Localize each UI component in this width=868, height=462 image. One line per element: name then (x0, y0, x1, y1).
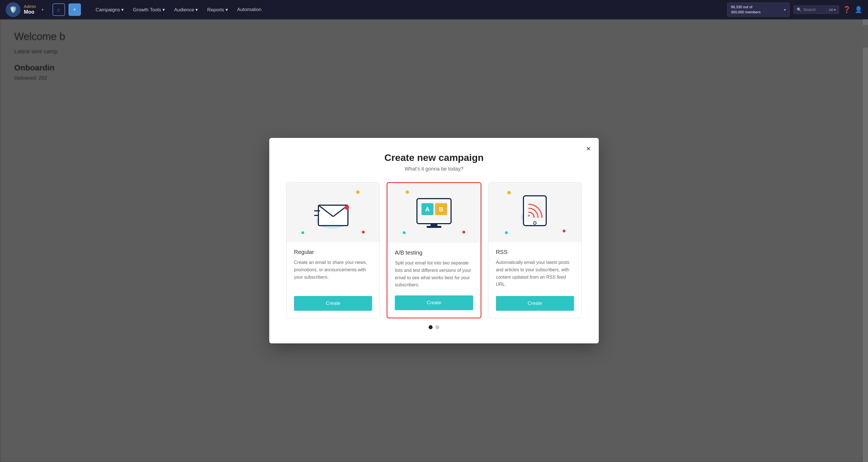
ab-testing-campaign-card[interactable]: A B A/B testing Split your email list in… (386, 182, 481, 318)
nav-item-reports[interactable]: Reports ▾ (207, 7, 228, 13)
svg-text:B: B (439, 206, 443, 213)
modal-title: Create new campaign (286, 152, 582, 163)
campaign-type-cards: Regular Create an email to share your ne… (286, 182, 582, 318)
rss-campaign-card[interactable]: RSS Automatically email your latest post… (488, 182, 582, 318)
ab-card-image: A B (388, 183, 480, 243)
top-navigation: 🛡️ Admin Moo ▾ ⌂ + Campaigns ▾ Growth To… (0, 0, 868, 19)
regular-card-description: Create an email to share your news, prom… (294, 259, 372, 289)
search-filter-label[interactable]: All ▾ (826, 8, 836, 12)
svg-point-21 (528, 215, 530, 217)
search-icon: 🔍 (797, 7, 802, 12)
ab-card-description: Split your email list into two separate … (395, 259, 473, 288)
svg-point-6 (344, 205, 349, 210)
svg-rect-16 (427, 226, 441, 228)
home-button[interactable]: ⌂ (53, 3, 65, 16)
pagination-dot-1[interactable] (429, 325, 433, 329)
user-menu-button[interactable]: 👤 (855, 6, 862, 13)
decoration-dot-red-2 (462, 231, 465, 234)
regular-card-image (287, 183, 379, 242)
search-placeholder-text: Search (803, 7, 825, 12)
decoration-dot-yellow-3 (507, 191, 511, 194)
decoration-dot-red-3 (563, 230, 565, 232)
close-button[interactable]: × (586, 145, 591, 153)
svg-text:A: A (425, 206, 430, 213)
rss-card-body: RSS Automatically email your latest post… (489, 242, 581, 318)
add-button[interactable]: + (68, 3, 81, 16)
ab-card-title: A/B testing (395, 250, 473, 256)
decoration-dot-red (362, 231, 365, 234)
help-button[interactable]: ❓ (843, 6, 851, 13)
nav-item-growth-tools[interactable]: Growth Tools ▾ (133, 7, 165, 13)
pagination-dots (286, 325, 582, 329)
brand-admin-label: Admin (24, 4, 36, 9)
decoration-dot-teal-2 (403, 231, 406, 234)
decoration-dot-yellow (356, 190, 360, 194)
brand-moo-label: Moo (24, 9, 36, 15)
modal-subtitle: What's it gonna be today? (286, 166, 582, 172)
rss-card-title: RSS (496, 249, 574, 255)
nav-item-audience[interactable]: Audience ▾ (174, 7, 198, 13)
decoration-dot-teal (301, 231, 304, 234)
ab-create-button[interactable]: Create (395, 295, 473, 310)
regular-card-body: Regular Create an email to share your ne… (287, 242, 379, 318)
nav-item-automation[interactable]: Automation (237, 7, 261, 12)
members-dropdown-icon: ▾ (784, 7, 786, 12)
ab-card-body: A/B testing Split your email list into t… (388, 243, 480, 317)
nav-item-campaigns[interactable]: Campaigns ▾ (96, 7, 124, 13)
email-icon (313, 194, 353, 231)
rss-icon (514, 192, 556, 232)
rss-card-description: Automatically email your latest posts an… (496, 259, 574, 289)
brand-dropdown-icon[interactable]: ▾ (42, 8, 43, 12)
nav-right-section: 96,330 out of300,000 members ▾ 🔍 Search … (727, 3, 862, 17)
regular-create-button[interactable]: Create (294, 296, 372, 311)
ab-testing-icon: A B (411, 193, 457, 233)
search-box[interactable]: 🔍 Search All ▾ (794, 5, 839, 14)
pagination-dot-2[interactable] (435, 325, 439, 329)
create-campaign-modal: × Create new campaign What's it gonna be… (269, 138, 599, 343)
modal-overlay: × Create new campaign What's it gonna be… (0, 19, 868, 462)
regular-card-title: Regular (294, 249, 372, 255)
svg-point-20 (533, 222, 536, 225)
regular-campaign-card[interactable]: Regular Create an email to share your ne… (286, 182, 380, 318)
rss-card-image (489, 183, 581, 242)
members-count-text: 96,330 out of300,000 members (731, 4, 761, 15)
brand-logo: 🛡️ (6, 2, 21, 17)
decoration-dot-yellow-2 (406, 190, 409, 194)
decoration-dot-teal-3 (505, 231, 508, 234)
rss-create-button[interactable]: Create (496, 296, 574, 311)
brand-name-block: Admin Moo (24, 4, 36, 15)
members-counter[interactable]: 96,330 out of300,000 members ▾ (727, 3, 789, 17)
nav-menu: Campaigns ▾ Growth Tools ▾ Audience ▾ Re… (96, 7, 261, 13)
